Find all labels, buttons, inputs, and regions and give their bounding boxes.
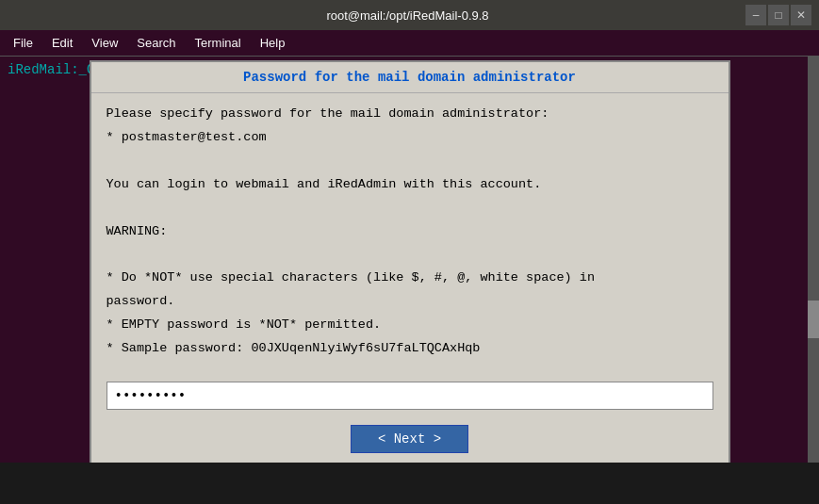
window-controls: – □ ✕ [745, 5, 811, 25]
dialog-line5b: password. [106, 292, 713, 312]
terminal-window: root@mail:/opt/iRedMail-0.9.8 – □ ✕ File… [0, 0, 819, 504]
close-button[interactable]: ✕ [791, 5, 811, 25]
dialog-footer: < Next > [91, 425, 729, 453]
scrollbar-thumb[interactable] [808, 301, 819, 338]
window-title: root@mail:/opt/iRedMail-0.9.8 [70, 8, 745, 23]
scrollbar-track[interactable] [808, 57, 819, 463]
bottom-bar [0, 463, 819, 504]
menu-terminal[interactable]: Terminal [186, 34, 251, 52]
dialog-line3: You can login to webmail and iRedAdmin w… [106, 175, 713, 195]
dialog-overlay: Password for the mail domain administrat… [0, 57, 819, 463]
menu-view[interactable]: View [82, 34, 127, 52]
menu-search[interactable]: Search [127, 34, 185, 52]
dialog-line5: * Do *NOT* use special characters (like … [106, 268, 713, 288]
menu-bar: File Edit View Search Terminal Help [0, 30, 819, 57]
menu-edit[interactable]: Edit [42, 34, 82, 52]
password-input[interactable] [106, 382, 713, 410]
dialog-title: Password for the mail domain administrat… [91, 62, 729, 93]
dialog-line1: Please specify password for the mail dom… [106, 105, 713, 124]
minimize-button[interactable]: – [745, 5, 766, 25]
dialog-line7: * Sample password: 00JXUqenNlyiWyf6sU7fa… [106, 339, 713, 359]
dialog-body: Please specify password for the mail dom… [91, 93, 729, 370]
dialog-line6: * EMPTY password is *NOT* permitted. [106, 316, 713, 335]
dialog-line4: WARNING: [106, 222, 713, 242]
menu-help[interactable]: Help [251, 34, 295, 52]
maximize-button[interactable]: □ [768, 5, 789, 25]
title-bar: root@mail:/opt/iRedMail-0.9.8 – □ ✕ [0, 0, 819, 30]
dialog-line2: * postmaster@test.com [106, 128, 713, 148]
password-input-row [106, 382, 713, 410]
next-button[interactable]: < Next > [351, 425, 468, 453]
dialog-box: Password for the mail domain administrat… [90, 60, 730, 463]
terminal-area: iRedMail:_Open_Source_Mail_Server_Soluti… [0, 57, 819, 463]
menu-file[interactable]: File [4, 34, 42, 52]
